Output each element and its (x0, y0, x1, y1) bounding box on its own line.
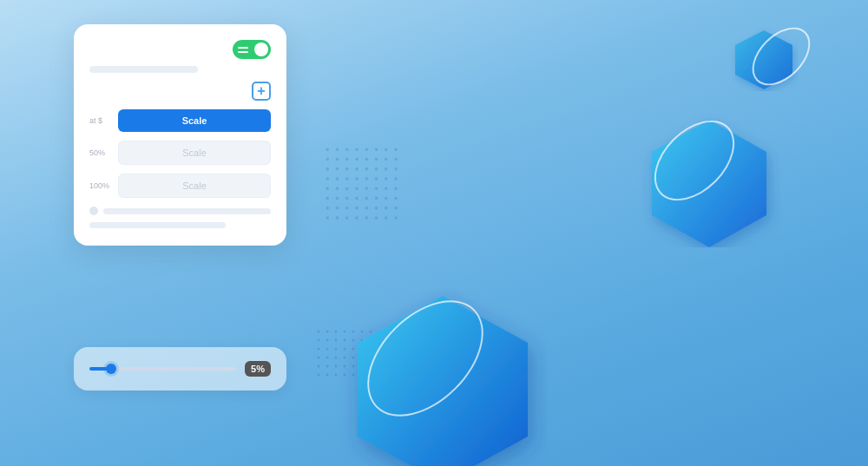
toggle-row (89, 40, 271, 59)
reflection-card: 5% (74, 347, 286, 391)
scale-button-50[interactable]: Scale (118, 141, 271, 165)
add-button[interactable]: + (252, 82, 271, 101)
slider-row: 5% (89, 361, 271, 377)
toggle-lines (238, 47, 248, 53)
skeleton-row-1 (89, 66, 271, 73)
scale-button-100[interactable]: Scale (118, 174, 271, 198)
add-btn-row: + (89, 82, 271, 101)
scale-label-active: at $ (89, 116, 111, 125)
scale-label-100: 100% (89, 181, 111, 190)
slider-value-badge: 5% (245, 361, 271, 377)
scale-label-50: 50% (89, 148, 111, 157)
info-row (89, 207, 271, 215)
svg-marker-5 (652, 120, 766, 247)
slider-thumb[interactable] (106, 364, 116, 374)
main-card: + at $ Scale 50% Scale 100% Scale (74, 24, 286, 246)
scale-row-active: at $ Scale (89, 109, 271, 132)
scale-button-active[interactable]: Scale (118, 109, 271, 132)
hex-large-container (339, 289, 547, 466)
info-dot (89, 207, 98, 215)
slider-track[interactable] (89, 367, 236, 371)
toggle-switch[interactable] (233, 40, 271, 59)
info-line (103, 208, 271, 214)
scale-row-50: 50% Scale (89, 141, 271, 165)
hex-medium-svg (638, 113, 781, 247)
svg-marker-6 (358, 296, 528, 466)
hex-small-svg (729, 26, 799, 91)
hex-large-svg (339, 289, 547, 466)
hex-small-container (729, 26, 799, 95)
scale-row-100: 100% Scale (89, 174, 271, 198)
hex-medium-container (638, 113, 781, 251)
skeleton-line-1 (89, 66, 198, 73)
separator-line (89, 222, 226, 228)
svg-marker-4 (735, 30, 792, 89)
